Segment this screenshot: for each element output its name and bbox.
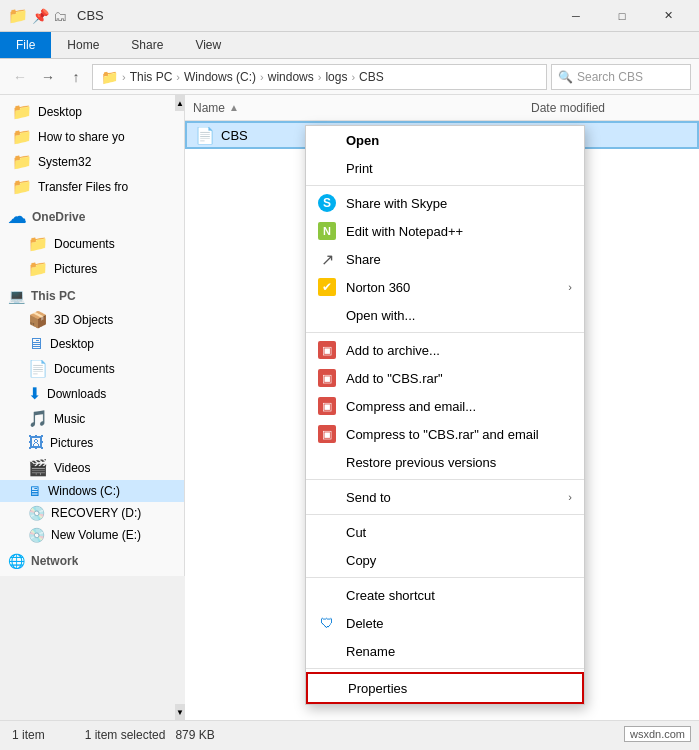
sidebar-item-windows-c[interactable]: 🖥 Windows (C:)	[0, 480, 184, 502]
icon-music: 🎵	[28, 409, 48, 428]
sidebar-item-recovery-d[interactable]: 💿 RECOVERY (D:)	[0, 502, 184, 524]
ctx-notepadpp[interactable]: N Edit with Notepad++	[306, 217, 584, 245]
ctx-print[interactable]: Print	[306, 154, 584, 182]
sidebar-item-pictures-od[interactable]: 📁 Pictures	[0, 256, 184, 281]
ctx-cut[interactable]: Cut	[306, 518, 584, 546]
icon-videos: 🎬	[28, 458, 48, 477]
folder-icon-how: 📁	[12, 127, 32, 146]
path-sep5: ›	[351, 71, 355, 83]
maximize-button[interactable]: □	[599, 0, 645, 32]
search-box[interactable]: 🔍 Search CBS	[551, 64, 691, 90]
ctx-sep4	[306, 514, 584, 515]
sidebar-item-music[interactable]: 🎵 Music	[0, 406, 184, 431]
sidebar-item-downloads[interactable]: ⬇ Downloads	[0, 381, 184, 406]
ctx-share[interactable]: ↗ Share	[306, 245, 584, 273]
sidebar-item-desktop-pc[interactable]: 🖥 Desktop	[0, 332, 184, 356]
ctx-open[interactable]: Open	[306, 126, 584, 154]
close-button[interactable]: ✕	[645, 0, 691, 32]
folder-icon-tb: 🗂	[53, 8, 67, 24]
search-icon: 🔍	[558, 70, 573, 84]
status-selected-count: 1 item selected 879 KB	[85, 728, 215, 742]
ctx-open-with[interactable]: Open with...	[306, 301, 584, 329]
sidebar-label-pics-od: Pictures	[54, 262, 97, 276]
sidebar-item-transfer[interactable]: 📁 Transfer Files fro	[0, 174, 184, 199]
file-area: Name ▲ Date modified 📄 CBS Open Print S	[185, 95, 699, 720]
sidebar-label-transfer: Transfer Files fro	[38, 180, 128, 194]
tab-home[interactable]: Home	[51, 32, 115, 58]
send-to-icon	[318, 488, 336, 506]
sidebar-item-network[interactable]: 🌐 Network	[0, 550, 184, 572]
sidebar-item-3d[interactable]: 📦 3D Objects	[0, 307, 184, 332]
ctx-copy[interactable]: Copy	[306, 546, 584, 574]
sidebar-item-documents-pc[interactable]: 📄 Documents	[0, 356, 184, 381]
ctx-compress-email[interactable]: ▣ Compress and email...	[306, 392, 584, 420]
create-shortcut-icon	[318, 586, 336, 604]
path-segment-logs: logs	[325, 70, 347, 84]
ctx-sep3	[306, 479, 584, 480]
sidebar-scroll-up[interactable]: ▲	[175, 95, 185, 111]
status-item-count: 1 item	[12, 728, 45, 742]
ctx-properties[interactable]: Properties	[306, 672, 584, 704]
sidebar-label-downloads: Downloads	[47, 387, 106, 401]
title-bar: 📁 📌 🗂 CBS ─ □ ✕	[0, 0, 699, 32]
sidebar-label-thispc: This PC	[31, 289, 76, 303]
open-with-icon	[318, 306, 336, 324]
minimize-button[interactable]: ─	[553, 0, 599, 32]
skype-icon: S	[318, 194, 336, 212]
sidebar-wrapper: 📁 Desktop 📁 How to share yo 📁 System32 📁…	[0, 95, 185, 720]
col-name-header: Name ▲	[193, 101, 531, 115]
ctx-compress-rar-email[interactable]: ▣ Compress to "CBS.rar" and email	[306, 420, 584, 448]
sidebar-label-onedrive: OneDrive	[32, 210, 85, 224]
sidebar-item-thispc[interactable]: 💻 This PC	[0, 285, 184, 307]
sidebar-item-desktop-quick[interactable]: 📁 Desktop	[0, 99, 184, 124]
ribbon-tabs: File Home Share View	[0, 32, 699, 58]
ctx-open-label: Open	[346, 133, 572, 148]
sidebar-item-pictures-pc[interactable]: 🖼 Pictures	[0, 431, 184, 455]
path-segment-windows: windows	[268, 70, 314, 84]
ctx-share-skype[interactable]: S Share with Skype	[306, 189, 584, 217]
tab-share[interactable]: Share	[115, 32, 179, 58]
forward-button[interactable]: →	[36, 65, 60, 89]
ctx-open-with-label: Open with...	[346, 308, 572, 323]
ctx-restore-versions[interactable]: Restore previous versions	[306, 448, 584, 476]
sidebar-label-recovery-d: RECOVERY (D:)	[51, 506, 141, 520]
path-segment-windows-c: Windows (C:)	[184, 70, 256, 84]
pin-icon: 📌	[32, 8, 49, 24]
ctx-rename[interactable]: Rename	[306, 637, 584, 665]
context-menu: Open Print S Share with Skype N Edit wit…	[305, 125, 585, 705]
ctx-add-archive[interactable]: ▣ Add to archive...	[306, 336, 584, 364]
ctx-print-label: Print	[346, 161, 572, 176]
norton-icon: ✔	[318, 278, 336, 296]
ctx-delete-label: Delete	[346, 616, 572, 631]
up-button[interactable]: ↑	[64, 65, 88, 89]
ctx-delete[interactable]: 🛡 Delete	[306, 609, 584, 637]
sidebar-label-music: Music	[54, 412, 85, 426]
sidebar-label-docs-pc: Documents	[54, 362, 115, 376]
ctx-send-to[interactable]: Send to ›	[306, 483, 584, 511]
ctx-sep5	[306, 577, 584, 578]
sidebar-scroll-down[interactable]: ▼	[175, 704, 185, 720]
title-bar-text: CBS	[77, 8, 104, 23]
sidebar-item-onedrive[interactable]: ☁ OneDrive	[0, 203, 184, 231]
copy-icon	[318, 551, 336, 569]
icon-downloads: ⬇	[28, 384, 41, 403]
col-name-label: Name	[193, 101, 225, 115]
sidebar-item-how-to-share[interactable]: 📁 How to share yo	[0, 124, 184, 149]
ctx-restore-label: Restore previous versions	[346, 455, 572, 470]
sort-arrow: ▲	[229, 102, 239, 113]
sidebar-item-new-volume-e[interactable]: 💿 New Volume (E:)	[0, 524, 184, 546]
tab-view[interactable]: View	[179, 32, 237, 58]
address-bar: ← → ↑ 📁 › This PC › Windows (C:) › windo…	[0, 59, 699, 95]
sidebar-item-videos[interactable]: 🎬 Videos	[0, 455, 184, 480]
ctx-add-cbsrar[interactable]: ▣ Add to "CBS.rar"	[306, 364, 584, 392]
sidebar-item-documents-od[interactable]: 📁 Documents	[0, 231, 184, 256]
ctx-compress-rar-email-label: Compress to "CBS.rar" and email	[346, 427, 572, 442]
ctx-norton[interactable]: ✔ Norton 360 ›	[306, 273, 584, 301]
ctx-share-label: Share	[346, 252, 572, 267]
back-button[interactable]: ←	[8, 65, 32, 89]
ctx-create-shortcut[interactable]: Create shortcut	[306, 581, 584, 609]
main-area: 📁 Desktop 📁 How to share yo 📁 System32 📁…	[0, 95, 699, 720]
address-path[interactable]: 📁 › This PC › Windows (C:) › windows › l…	[92, 64, 547, 90]
tab-file[interactable]: File	[0, 32, 51, 58]
sidebar-item-system32[interactable]: 📁 System32	[0, 149, 184, 174]
